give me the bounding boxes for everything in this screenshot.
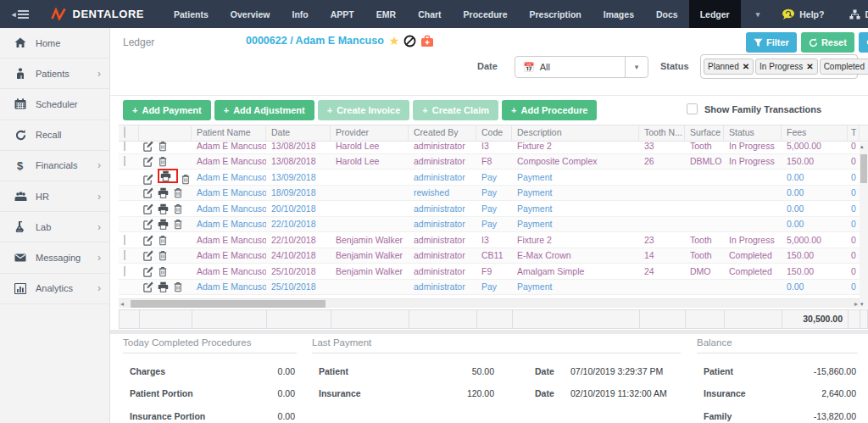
delete-icon[interactable] [158,266,168,277]
create-invoice-button[interactable]: +Create Invoice [318,100,410,120]
table-row[interactable]: Adam E Mancuso20/10/2018administratorPay… [119,201,860,217]
chip-remove-icon[interactable]: ✕ [743,62,749,71]
vscroll-thumb[interactable] [860,154,867,183]
scroll-left-icon[interactable]: ◂ [120,299,124,309]
nav-item-procedure[interactable]: Procedure [453,0,519,28]
nav-more-dropdown[interactable]: ▾ [756,10,760,19]
edit-icon[interactable] [142,187,153,198]
delete-icon[interactable] [158,235,168,246]
cell-total: 0 [848,156,860,166]
print-row-icon[interactable] [158,281,169,292]
horizontal-scrollbar[interactable]: ◂ ▸ [119,298,860,308]
edit-icon[interactable] [142,142,153,152]
nav-item-docs[interactable]: Docs [645,0,689,28]
scroll-up-icon[interactable]: ▴ [860,143,864,150]
summary-value: 0.00 [278,366,295,376]
add-procedure-button[interactable]: +Add Procedure [502,100,597,120]
print-row-icon[interactable] [158,187,169,198]
checkbox-icon[interactable] [687,103,698,114]
delete-icon[interactable] [181,174,191,185]
filter-button[interactable]: Filter [746,32,797,53]
nav-item-ledger[interactable]: Ledger [689,0,741,28]
hscroll-thumb[interactable] [131,300,326,308]
add-payment-button[interactable]: +Add Payment [123,100,211,120]
print-row-icon[interactable] [160,170,171,181]
edit-icon[interactable] [142,281,153,292]
sidebar-item-scheduler[interactable]: Scheduler [0,89,109,120]
nav-item-patients[interactable]: Patients [163,0,220,28]
table-row[interactable]: Adam E Mancuso24/10/2018Benjamin Walkera… [119,248,860,264]
edit-icon[interactable] [142,203,153,214]
nav-item-emr[interactable]: EMR [365,0,407,28]
print-row-icon[interactable] [158,203,169,214]
row-checkbox[interactable] [124,266,125,276]
date-filter-select[interactable]: 📅 All ▾ [515,56,648,78]
sidebar-item-analytics[interactable]: Analytics› [0,274,109,304]
app-logo[interactable]: DENTALORE [51,8,144,20]
print-row-icon[interactable] [158,219,169,230]
vertical-scrollbar[interactable]: ▴ ▾ [860,142,868,309]
row-checkbox[interactable] [124,250,125,260]
sidebar-item-hr[interactable]: HR› [0,181,109,212]
scroll-down-icon[interactable]: ▾ [860,301,864,308]
reset-button[interactable]: Reset [801,32,854,53]
edit-icon[interactable] [142,250,153,261]
table-row[interactable]: Adam E Mancuso18/09/2018rewishedPayPayme… [119,186,860,202]
summary-row: Insurance2,640.00 [697,388,858,398]
edit-icon[interactable] [142,219,153,230]
dokki-button[interactable]: Dokki [849,9,868,19]
select-all-checkbox[interactable] [124,126,125,138]
date-filter-caret[interactable]: ▾ [625,57,648,77]
table-row[interactable]: Adam E Mancuso22/10/2018Benjamin Walkera… [119,232,860,248]
create-claim-button[interactable]: +Create Claim [413,100,498,120]
scroll-right-icon[interactable]: ▸ [854,299,858,309]
delete-icon[interactable] [173,203,183,214]
delete-icon[interactable] [173,187,183,198]
sidebar-item-recall[interactable]: Recall [0,120,109,151]
sidebar-item-patients[interactable]: Patients› [0,58,109,89]
sidebar-item-home[interactable]: Home [0,28,109,58]
edit-icon[interactable] [142,266,153,277]
sidebar-item-messaging[interactable]: Messaging› [0,242,109,273]
cell-provider: Benjamin Walker [331,250,409,260]
delete-icon[interactable] [158,156,168,167]
add-adjustment-button[interactable]: +Add Adjustment [214,100,314,120]
delete-icon[interactable] [158,142,168,152]
ban-icon[interactable] [403,35,416,47]
sidebar-item-lab[interactable]: Lab› [0,212,109,242]
nav-item-images[interactable]: Images [593,0,645,28]
cell-provider: Harold Lee [331,142,409,151]
table-row[interactable]: Adam E Mancuso13/08/2018Harold Leeadmini… [119,142,860,154]
nav-item-prescription[interactable]: Prescription [519,0,593,28]
row-checkbox[interactable] [124,156,125,166]
edit-icon[interactable] [142,235,153,246]
table-row[interactable]: Adam E Mancuso13/08/2018Harold Leeadmini… [119,154,860,170]
row-checkbox[interactable] [124,142,125,151]
edit-icon[interactable] [142,156,153,167]
table-row[interactable]: Adam E Mancuso25/10/2018Benjamin Walkera… [119,264,860,280]
nav-item-info[interactable]: Info [281,0,320,28]
delete-icon[interactable] [173,219,183,230]
help-button[interactable]: Help? [782,8,824,20]
medical-case-icon[interactable] [420,35,434,47]
delete-icon[interactable] [158,250,168,261]
brand-name: DENTALORE [73,8,144,20]
status-filter-box[interactable]: Planned✕In Progress✕Completed✕ [700,54,858,79]
nav-item-appt[interactable]: APPT [320,0,365,28]
table-row[interactable]: Adam E Mancuso22/10/2018administratorPay… [119,217,860,233]
table-row[interactable]: Adam E Mancuso25/10/2018administratorPay… [119,280,860,296]
patient-link[interactable]: 0000622 / Adam E Mancuso [246,35,384,47]
nav-item-chart[interactable]: Chart [407,0,452,28]
sidebar-collapse-button[interactable]: ◂ [12,8,29,20]
edit-icon[interactable] [142,174,153,185]
show-family-checkbox[interactable]: Show Family Transactions [687,103,821,114]
chip-remove-icon[interactable]: ✕ [806,62,813,71]
row-checkbox[interactable] [124,235,125,245]
table-row[interactable]: Adam E Mancuso13/09/2018administratorPay… [119,170,860,186]
star-icon[interactable]: ★ [389,34,400,47]
sidebar-item-financials[interactable]: $Financials› [0,151,109,181]
print-button[interactable]: Print [859,32,868,53]
nav-item-overview[interactable]: Overview [220,0,281,28]
delete-icon[interactable] [173,281,183,292]
hamburger-icon [18,8,29,20]
